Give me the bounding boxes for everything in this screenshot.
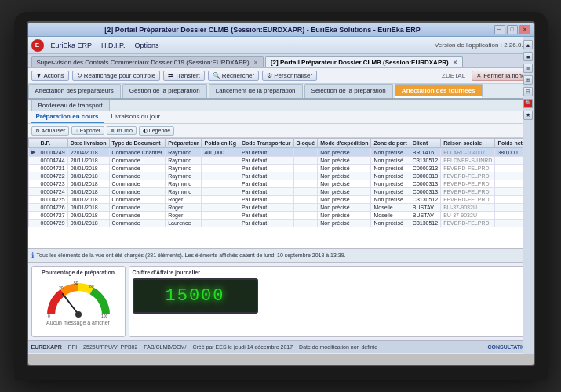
col-code[interactable]: Code Transporteur	[239, 139, 293, 148]
cell-mode: Non précisé	[318, 165, 371, 172]
sidebar-icon-5[interactable]: ⊟	[523, 87, 533, 96]
row-arrow: ▶	[28, 148, 38, 157]
created-label: Créé par EES le jeudi 14 décembre 2017	[192, 344, 293, 350]
cell-type: Commande	[109, 180, 166, 188]
sidebar-icon-1[interactable]: ▲	[523, 40, 533, 49]
table-row[interactable]: 00004723 08/01/2018 Commande Raymond Par…	[28, 180, 534, 188]
table-row[interactable]: 00004726 09/01/2018 Commande Roger Par d…	[28, 204, 534, 212]
cell-mode: Non précisé	[318, 157, 371, 165]
cell-raison: FELDNER-S-UNRD	[441, 157, 495, 165]
col-zone[interactable]: Zone de port	[371, 139, 410, 148]
tri-icon: ≡	[111, 128, 114, 133]
minimize-button[interactable]: ─	[494, 25, 505, 34]
tab-close-supervision[interactable]: ✕	[253, 60, 258, 65]
table-row[interactable]: 00004722 08/01/2018 Commande Raymond Par…	[28, 172, 534, 180]
cell-date: 08/01/2018	[67, 165, 109, 172]
table-row[interactable]: 00004725 08/01/2018 Commande Roger Par d…	[28, 196, 534, 204]
row-arrow	[28, 180, 38, 188]
svg-line-0	[63, 294, 78, 314]
menu-options[interactable]: Options	[132, 41, 161, 50]
document-tabs: Super-vision des Contrats Commerciaux Do…	[28, 54, 534, 68]
transfer-icon: ⇄	[168, 72, 173, 79]
customize-icon: ⚙	[267, 72, 272, 79]
cell-type: Commande	[109, 188, 166, 196]
cell-client: BUSTAV	[410, 204, 440, 212]
cell-prep: Roger	[166, 212, 202, 220]
tab-supervision[interactable]: Super-vision des Contrats Commerciaux Do…	[31, 56, 264, 67]
cell-date: 08/01/2018	[67, 180, 109, 188]
cell-mode: Non précisé	[318, 180, 371, 188]
cell-bloque	[293, 196, 318, 204]
transfer-button[interactable]: ⇄ Transfert	[163, 71, 205, 81]
table-row[interactable]: ▶ 00004749 22/04/2018 Commande Chantier …	[28, 148, 534, 157]
cell-poids	[202, 157, 239, 165]
col-raison[interactable]: Raison sociale	[441, 139, 495, 148]
actions-button[interactable]: ▼ Actions	[31, 71, 69, 81]
table-row[interactable]: 00004744 28/11/2018 Commande Raymond Par…	[28, 157, 534, 165]
nav-tab-lancement[interactable]: Lancement de la préparation	[209, 84, 303, 98]
table-row[interactable]: 00004721 08/01/2018 Commande Raymond Par…	[28, 165, 534, 172]
actualiser-button[interactable]: ↻ Actualiser	[31, 126, 70, 136]
col-poids[interactable]: Poids en Kg	[202, 139, 239, 148]
code1-label: 2526U/PPU/V_PPB02	[83, 344, 137, 350]
col-mode[interactable]: Mode d'expédition	[318, 139, 371, 148]
legende-button[interactable]: ◐ Légende	[139, 126, 174, 136]
nav-tab-affectation-tournees[interactable]: Affectation des tournées	[395, 84, 483, 98]
col-date[interactable]: Date livraison	[67, 139, 109, 148]
cell-zone: Non précisé	[371, 157, 410, 165]
table-row[interactable]: 00004727 09/01/2018 Commande Roger Par d…	[28, 212, 534, 220]
col-client[interactable]: Client	[410, 139, 440, 148]
sidebar-icon-search[interactable]: 🔍	[523, 99, 533, 108]
menu-hdip[interactable]: H.D.I.P.	[99, 41, 127, 50]
nav-tab-selection[interactable]: Selection de la préparation	[304, 84, 393, 98]
app-topbar: E EuriEka ERP H.D.I.P. Options Version d…	[28, 37, 534, 54]
close-button[interactable]: ✕	[519, 25, 530, 34]
table-row[interactable]: 00004729 09/01/2018 Commande Laurence Pa…	[28, 220, 534, 227]
cell-mode: Non précisé	[318, 212, 371, 220]
sidebar-icon-4[interactable]: ⊞	[523, 75, 533, 85]
tab-close-portail[interactable]: ✕	[453, 60, 457, 65]
cell-bloque	[293, 188, 318, 196]
tri-button[interactable]: ≡ Tri Trio	[107, 126, 137, 135]
cell-mode: Non précisé	[318, 172, 371, 180]
sidebar-icon-2[interactable]: ■	[523, 52, 533, 61]
cell-mode: Non précisé	[318, 188, 371, 196]
svg-text:20: 20	[59, 285, 64, 290]
cell-mode: Non précisé	[318, 196, 371, 204]
cell-poids	[202, 204, 239, 212]
sidebar-icon-6[interactable]: ★	[523, 111, 533, 120]
cell-bloque	[293, 220, 318, 227]
modified-label: Date de modification non définie	[299, 344, 377, 350]
cell-bp: 00004722	[38, 172, 67, 180]
cell-type: Commande	[109, 157, 166, 165]
sidebar-icon-3[interactable]: ≡	[523, 64, 533, 73]
col-bp[interactable]: B.P.	[38, 139, 67, 148]
row-arrow	[28, 204, 38, 212]
customize-button[interactable]: ⚙ Personnaliser	[262, 71, 317, 81]
cell-poids: 400,000	[202, 148, 239, 157]
nav-tab-affectation-preparateurs[interactable]: Affectation des préparateurs	[28, 84, 121, 98]
tab-portail-preparateur[interactable]: [2] Portail Préparateur Dossier CLMB (Se…	[265, 56, 463, 67]
table-row[interactable]: 00004724 08/01/2018 Commande Raymond Par…	[28, 188, 534, 196]
gauge-title: Pourcentage de préparation	[42, 270, 115, 275]
cell-poids	[202, 172, 239, 180]
search-button[interactable]: 🔍 Rechercher	[208, 71, 259, 81]
gauge-chart: 0 20 50 80 100	[43, 277, 114, 320]
nav-tab-bordereau[interactable]: Bordereau de transport	[31, 100, 110, 111]
data-table-container[interactable]: B.P. Date livraison Type de Document Pré…	[28, 138, 534, 248]
col-prep[interactable]: Préparateur	[166, 139, 202, 148]
refresh-button[interactable]: ↻ Réaffichage pour contrôle	[72, 71, 160, 81]
col-type[interactable]: Type de Document	[109, 139, 166, 148]
cell-zone: Moselle	[371, 204, 410, 212]
nav-tab-gestion-preparation[interactable]: Gestion de la préparation	[122, 84, 207, 98]
maximize-button[interactable]: □	[507, 25, 518, 34]
cell-bp: 00004725	[38, 196, 67, 204]
exporter-button[interactable]: ↓ Exporter	[71, 126, 104, 135]
cell-bp: 00004723	[38, 180, 67, 188]
sub-tab-preparation-en-cours[interactable]: Préparation en cours	[31, 111, 104, 123]
col-bloque[interactable]: Bloqué	[293, 139, 318, 148]
sub-tab-livraisons[interactable]: Livraisons du jour	[107, 111, 166, 123]
fermer-button[interactable]: ✕ Fermer la fiche	[472, 71, 530, 81]
menu-eurieka-erp[interactable]: EuriEka ERP	[49, 41, 95, 50]
app-bottom-bar: EURDXAPR PPI 2526U/PPU/V_PPB02 FAB/CLMB/…	[28, 340, 534, 353]
